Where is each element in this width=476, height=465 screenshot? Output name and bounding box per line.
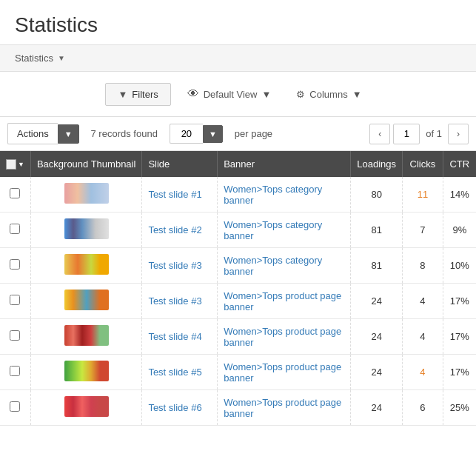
slide-link[interactable]: Test slide #3 bbox=[148, 260, 201, 271]
row-checkbox-cell bbox=[0, 390, 30, 426]
row-thumb-cell bbox=[30, 177, 141, 213]
header-checkbox-col: ▼ bbox=[0, 151, 30, 177]
pagination-of-label: of 1 bbox=[426, 128, 442, 139]
row-checkbox[interactable] bbox=[10, 401, 20, 412]
filters-button[interactable]: ▼ Filters bbox=[105, 83, 170, 106]
actions-button[interactable]: Actions ▼ bbox=[7, 123, 79, 144]
per-page-select[interactable]: ▼ bbox=[170, 124, 223, 144]
loadings-value: 80 bbox=[371, 189, 381, 200]
row-loadings-cell: 24 bbox=[351, 390, 403, 426]
gear-icon: ⚙ bbox=[296, 89, 305, 100]
row-loadings-cell: 24 bbox=[351, 355, 403, 390]
default-view-button[interactable]: 👁 Default View ▼ bbox=[178, 82, 281, 106]
header-check-arrow-icon[interactable]: ▼ bbox=[18, 161, 24, 168]
row-checkbox-cell bbox=[0, 213, 30, 248]
banner-link[interactable]: Women>Tops category banner bbox=[224, 184, 322, 206]
columns-label: Columns bbox=[309, 89, 347, 100]
banner-link[interactable]: Women>Tops category banner bbox=[224, 255, 322, 277]
row-banner-cell: Women>Tops category banner bbox=[218, 177, 351, 213]
clicks-value: 4 bbox=[420, 295, 425, 307]
banner-link[interactable]: Women>Tops product page banner bbox=[224, 326, 341, 348]
banner-link[interactable]: Women>Tops product page banner bbox=[224, 290, 341, 312]
thumbnail-image bbox=[64, 183, 109, 204]
row-slide-cell: Test slide #6 bbox=[142, 390, 218, 426]
row-loadings-cell: 80 bbox=[351, 177, 403, 213]
actions-dropdown-button[interactable]: ▼ bbox=[58, 124, 79, 144]
ctr-value: 17% bbox=[450, 295, 469, 307]
row-ctr-cell: 17% bbox=[443, 355, 476, 390]
eye-icon: 👁 bbox=[187, 87, 199, 101]
breadcrumb-item[interactable]: Statistics ▼ bbox=[15, 53, 65, 64]
row-clicks-cell: 6 bbox=[403, 390, 443, 426]
header-clicks-col: Clicks bbox=[403, 151, 443, 177]
ctr-value: 25% bbox=[450, 402, 469, 413]
row-slide-cell: Test slide #2 bbox=[142, 213, 218, 248]
row-ctr-cell: 10% bbox=[443, 248, 476, 284]
row-checkbox[interactable] bbox=[10, 188, 20, 198]
thumbnail-image bbox=[64, 218, 109, 239]
loadings-value: 81 bbox=[371, 224, 381, 235]
ctr-value: 17% bbox=[450, 367, 469, 378]
per-page-dropdown-button[interactable]: ▼ bbox=[203, 125, 223, 143]
toolbar-bar: ▼ Filters 👁 Default View ▼ ⚙ Columns ▼ bbox=[0, 72, 476, 116]
table-row: Test slide #6 Women>Tops product page ba… bbox=[0, 390, 476, 426]
slide-link[interactable]: Test slide #6 bbox=[148, 402, 201, 413]
pagination-prev-button[interactable]: ‹ bbox=[369, 124, 390, 144]
view-label: Default View bbox=[204, 89, 258, 100]
header-slide-col: Slide bbox=[142, 151, 218, 177]
ctr-value: 17% bbox=[450, 331, 469, 342]
loadings-value: 24 bbox=[371, 295, 381, 307]
row-checkbox[interactable] bbox=[10, 295, 20, 305]
columns-arrow-icon: ▼ bbox=[352, 89, 362, 100]
per-page-label: per page bbox=[235, 128, 272, 139]
header-thumb-col: Background Thumbnail bbox=[30, 151, 141, 177]
filters-label: Filters bbox=[132, 89, 158, 100]
row-checkbox[interactable] bbox=[10, 224, 20, 234]
ctr-value: 9% bbox=[452, 224, 466, 235]
actions-bar: Actions ▼ 7 records found ▼ per page ‹ o… bbox=[0, 116, 476, 151]
records-found: 7 records found bbox=[91, 128, 158, 139]
slide-link[interactable]: Test slide #4 bbox=[148, 331, 201, 342]
row-slide-cell: Test slide #3 bbox=[142, 248, 218, 284]
row-slide-cell: Test slide #5 bbox=[142, 355, 218, 390]
row-slide-cell: Test slide #4 bbox=[142, 319, 218, 355]
row-banner-cell: Women>Tops product page banner bbox=[218, 355, 351, 390]
breadcrumb-arrow-icon: ▼ bbox=[58, 54, 65, 62]
actions-main-button[interactable]: Actions bbox=[7, 123, 58, 144]
slide-link[interactable]: Test slide #1 bbox=[148, 189, 201, 200]
columns-button[interactable]: ⚙ Columns ▼ bbox=[287, 84, 370, 105]
data-table: ▼ Background Thumbnail Slide Banner Load… bbox=[0, 151, 476, 426]
row-thumb-cell bbox=[30, 248, 141, 284]
header-loadings-col: Loadings bbox=[351, 151, 403, 177]
page-title: Statistics bbox=[0, 0, 476, 44]
row-ctr-cell: 14% bbox=[443, 177, 476, 213]
row-clicks-cell: 7 bbox=[403, 213, 443, 248]
banner-link[interactable]: Women>Tops product page banner bbox=[224, 361, 341, 384]
row-checkbox[interactable] bbox=[10, 330, 20, 341]
slide-link[interactable]: Test slide #5 bbox=[148, 367, 201, 378]
table-row: Test slide #5 Women>Tops product page ba… bbox=[0, 355, 476, 390]
row-ctr-cell: 25% bbox=[443, 390, 476, 426]
thumbnail-image bbox=[64, 325, 109, 346]
row-ctr-cell: 9% bbox=[443, 213, 476, 248]
loadings-value: 24 bbox=[371, 367, 381, 378]
per-page-input[interactable] bbox=[170, 124, 203, 144]
row-banner-cell: Women>Tops category banner bbox=[218, 213, 351, 248]
slide-link[interactable]: Test slide #2 bbox=[148, 224, 201, 235]
pagination-next-button[interactable]: › bbox=[448, 124, 469, 144]
table-row: Test slide #4 Women>Tops product page ba… bbox=[0, 319, 476, 355]
per-page-arrow-icon: ▼ bbox=[209, 130, 217, 138]
row-checkbox[interactable] bbox=[10, 259, 20, 270]
banner-link[interactable]: Women>Tops category banner bbox=[224, 219, 322, 241]
header-checkbox[interactable] bbox=[6, 159, 16, 170]
thumbnail-image bbox=[64, 396, 109, 417]
row-checkbox[interactable] bbox=[10, 366, 20, 376]
slide-link[interactable]: Test slide #3 bbox=[148, 295, 201, 307]
row-banner-cell: Women>Tops product page banner bbox=[218, 284, 351, 319]
view-arrow-icon: ▼ bbox=[261, 89, 271, 100]
pagination-current-page[interactable] bbox=[393, 124, 420, 144]
row-loadings-cell: 81 bbox=[351, 213, 403, 248]
row-ctr-cell: 17% bbox=[443, 319, 476, 355]
banner-link[interactable]: Women>Tops product page banner bbox=[224, 397, 341, 419]
header-banner-col: Banner bbox=[218, 151, 351, 177]
